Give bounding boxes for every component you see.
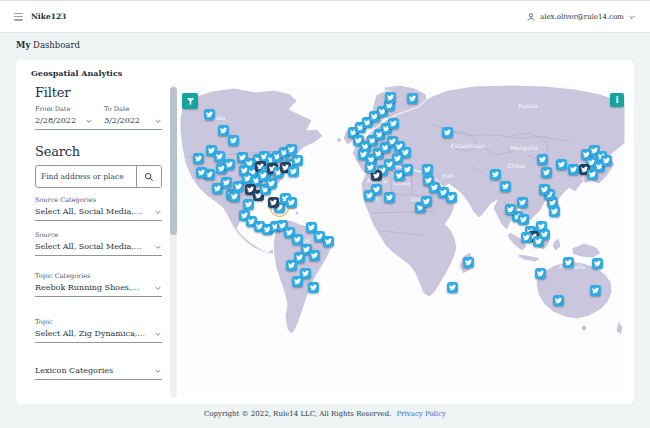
lexicon-categories-select[interactable]: Lexicon Categories (35, 366, 162, 375)
hamburger-menu-icon[interactable] (14, 13, 23, 21)
privacy-policy-link[interactable]: Privacy Policy (396, 410, 446, 418)
chevron-down-icon (85, 117, 93, 125)
scrollbar-thumb[interactable] (170, 87, 177, 235)
topic-label: Topic (35, 318, 162, 326)
map-marker[interactable] (446, 192, 457, 203)
map-marker[interactable] (308, 282, 319, 293)
topic-categories-select[interactable]: Reebok Running Shoes,... (35, 283, 162, 292)
map-marker[interactable] (541, 167, 552, 178)
map-marker[interactable] (490, 169, 501, 180)
twitter-bird-icon (541, 186, 548, 193)
map-marker[interactable] (447, 282, 458, 293)
map-marker[interactable] (601, 155, 612, 166)
twitter-bird-icon (294, 236, 301, 243)
map-marker[interactable] (286, 197, 297, 208)
map-marker[interactable] (592, 258, 603, 269)
map-marker[interactable] (288, 166, 299, 177)
map-marker[interactable] (323, 236, 334, 247)
search-input[interactable] (36, 166, 136, 187)
map-marker[interactable] (292, 276, 303, 287)
twitter-bird-icon (195, 155, 202, 162)
top-navbar: Nike123 alex.oliver@rule14.com (0, 0, 650, 33)
map-marker[interactable] (266, 178, 277, 189)
map-marker[interactable] (385, 92, 396, 103)
map-marker[interactable] (521, 232, 532, 243)
map-marker[interactable] (268, 197, 279, 208)
map-marker[interactable] (549, 206, 560, 217)
map-marker[interactable] (587, 169, 598, 180)
footer: Copyright © 2022, Rule14 LLC, All Rights… (0, 410, 650, 418)
map-marker[interactable] (563, 257, 574, 268)
to-date-select[interactable]: 3/2/2022 (104, 116, 162, 125)
topic-select[interactable]: Select All, Zig Dynamica,... (35, 329, 162, 338)
world-map-canvas (180, 85, 625, 397)
map-marker[interactable] (365, 162, 376, 173)
twitter-bird-icon (235, 183, 242, 190)
map-marker[interactable] (402, 164, 413, 175)
map-marker[interactable] (407, 93, 418, 104)
map-marker[interactable] (309, 250, 320, 261)
twitter-bird-icon (373, 172, 380, 179)
twitter-bird-icon (311, 252, 318, 259)
map-marker[interactable] (196, 167, 207, 178)
map-marker[interactable] (224, 159, 235, 170)
map-marker[interactable] (533, 236, 544, 247)
twitter-bird-icon (592, 287, 599, 294)
map-marker[interactable] (286, 260, 297, 271)
twitter-bird-icon (288, 199, 295, 206)
map-filter-button[interactable] (182, 93, 198, 109)
source-categories-select[interactable]: Select All, Social Media,... (35, 207, 162, 216)
twitter-bird-icon (294, 278, 301, 285)
user-menu[interactable]: alex.oliver@rule14.com (526, 12, 636, 22)
source-label: Source (35, 231, 162, 239)
map-marker[interactable] (243, 199, 254, 210)
map-marker[interactable] (539, 184, 550, 195)
map-marker[interactable] (218, 125, 229, 136)
twitter-bird-icon (539, 156, 546, 163)
map-marker[interactable] (505, 204, 516, 215)
source-select[interactable]: Select All, Social Media,... (35, 242, 162, 251)
map-marker[interactable] (517, 197, 528, 208)
map-marker[interactable] (421, 196, 432, 207)
map-marker[interactable] (463, 257, 474, 268)
map-marker[interactable] (388, 118, 399, 129)
filter-fields: Source CategoriesSelect All, Social Medi… (35, 196, 162, 343)
map-marker[interactable] (193, 153, 204, 164)
twitter-bird-icon (268, 180, 275, 187)
map-marker[interactable] (553, 295, 564, 306)
source-categories-value: Select All, Social Media,... (35, 207, 141, 216)
map-marker[interactable] (292, 234, 303, 245)
twitter-bird-icon (603, 157, 610, 164)
map-marker[interactable] (221, 177, 232, 188)
map-marker[interactable] (204, 109, 215, 120)
map-info-button[interactable]: i (610, 93, 624, 107)
map-marker[interactable] (364, 190, 375, 201)
map-marker[interactable] (286, 144, 297, 155)
topic-value: Select All, Zig Dynamica,... (35, 329, 145, 338)
chevron-down-icon (154, 367, 162, 375)
map-marker[interactable] (292, 155, 303, 166)
map-marker[interactable] (384, 192, 395, 203)
map-marker[interactable] (214, 151, 225, 162)
chevron-down-icon (154, 243, 162, 251)
map-marker[interactable] (422, 164, 433, 175)
map-marker[interactable] (442, 127, 453, 138)
map-marker[interactable] (228, 135, 239, 146)
twitter-bird-icon (245, 201, 252, 208)
world-map[interactable]: CanadaRussiaKazakhstanMongoliaChinaIranA… (180, 85, 625, 397)
twitter-bird-icon (444, 129, 451, 136)
source-categories-label: Source Categories (35, 196, 162, 204)
map-marker[interactable] (500, 181, 511, 192)
map-marker[interactable] (556, 159, 567, 170)
info-icon: i (615, 95, 618, 105)
map-marker[interactable] (518, 214, 529, 225)
map-marker[interactable] (537, 154, 548, 165)
from-date-select[interactable]: 2/28/2022 (35, 116, 93, 125)
twitter-bird-icon (296, 254, 303, 261)
map-marker[interactable] (568, 164, 579, 175)
map-marker[interactable] (590, 285, 601, 296)
map-marker[interactable] (535, 268, 546, 279)
search-button[interactable] (137, 166, 161, 187)
map-marker[interactable] (229, 191, 240, 202)
twitter-bird-icon (316, 233, 323, 240)
